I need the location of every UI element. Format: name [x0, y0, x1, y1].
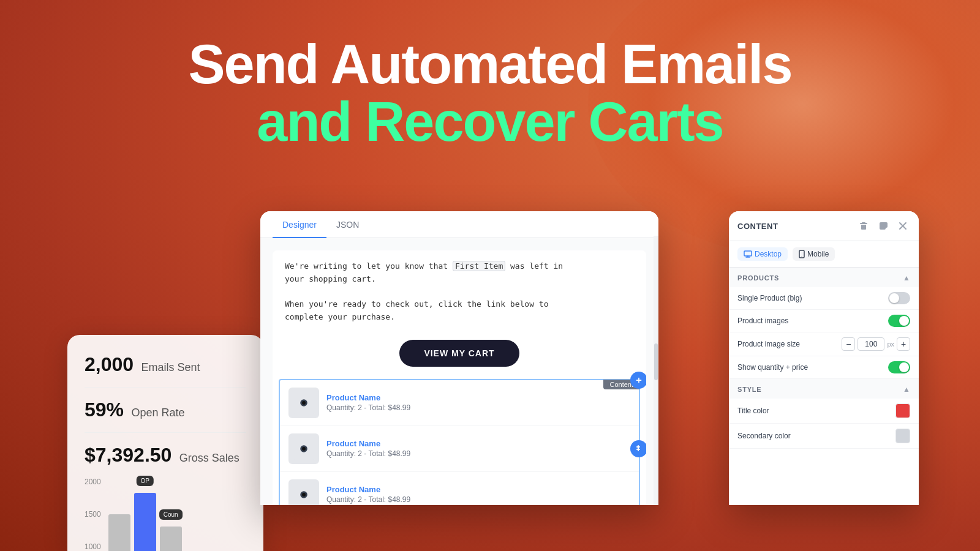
open-rate-value: 59%: [85, 399, 124, 421]
product-images-toggle[interactable]: [888, 315, 910, 327]
chart-bar-1-wrap: [108, 514, 130, 551]
product-image-3: [293, 484, 315, 505]
right-panel-actions: [856, 219, 910, 233]
size-unit: px: [887, 340, 894, 348]
title-color-swatch[interactable]: [895, 403, 910, 418]
show-qty-price-toggle-knob: [899, 362, 909, 372]
delete-icon[interactable]: [856, 219, 871, 233]
right-panel-body: PRODUCTS ▲ Single Product (big) Product …: [729, 268, 919, 505]
product-list: Content Product Name: [279, 379, 640, 505]
style-section-header[interactable]: STYLE ▲: [729, 379, 919, 399]
product-info-1: Product Name Quantity: 2 - Total: $48.99: [326, 393, 630, 412]
product-info-2: Product Name Quantity: 2 - Total: $48.99: [326, 439, 630, 458]
style-section-title: STYLE: [737, 386, 761, 393]
svg-point-2: [302, 401, 306, 405]
product-qty-3: Quantity: 2 - Total: $48.99: [326, 495, 630, 504]
device-desktop-label: Desktop: [755, 250, 782, 258]
chart-bar-3: Coun: [160, 527, 182, 551]
chart-area: 2000 1500 1000 OP Coun: [85, 478, 246, 551]
device-tab-desktop[interactable]: Desktop: [737, 247, 788, 261]
product-item-1: Product Name Quantity: 2 - Total: $48.99: [280, 380, 639, 426]
add-block-handle[interactable]: [630, 372, 646, 389]
chart-y-1000: 1000: [85, 542, 101, 551]
duplicate-icon[interactable]: [876, 219, 891, 233]
stat-divider-1: [85, 387, 246, 388]
device-tab-mobile[interactable]: Mobile: [793, 247, 835, 261]
control-title-color: Title color: [729, 399, 919, 424]
single-product-toggle-knob: [889, 293, 899, 303]
secondary-color-label: Secondary color: [737, 432, 791, 440]
control-product-image-size: Product image size − px +: [729, 332, 919, 356]
close-icon[interactable]: [895, 219, 910, 233]
designer-scrollbar-thumb[interactable]: [654, 343, 658, 380]
panel-content: We're writing to let you know that First…: [260, 238, 658, 505]
secondary-color-swatch[interactable]: [895, 429, 910, 443]
product-name-3: Product Name: [326, 485, 630, 494]
size-decrease-button[interactable]: −: [842, 337, 855, 351]
product-qty-1: Quantity: 2 - Total: $48.99: [326, 403, 630, 412]
stat-open-rate: 59% Open Rate: [85, 399, 246, 421]
chart-bar-2: OP: [134, 493, 156, 551]
hero-section: Send Automated Emails and Recover Carts: [0, 37, 980, 152]
email-preview: We're writing to let you know that First…: [273, 250, 646, 505]
email-first-item-highlight: First Item: [453, 261, 505, 271]
desktop-icon: [744, 250, 752, 258]
title-color-label: Title color: [737, 407, 769, 415]
control-product-images: Product images: [729, 310, 919, 332]
view-cart-button[interactable]: VIEW MY CART: [399, 340, 519, 367]
single-product-toggle[interactable]: [888, 292, 910, 304]
products-section-title: PRODUCTS: [737, 274, 779, 282]
show-qty-price-toggle[interactable]: [888, 361, 910, 373]
product-thumb-3: [288, 479, 319, 505]
right-panel-header: CONTENT: [729, 211, 919, 241]
product-info-3: Product Name Quantity: 2 - Total: $48.99: [326, 485, 630, 504]
product-name-1: Product Name: [326, 393, 630, 402]
style-chevron-icon: ▲: [903, 385, 910, 394]
control-secondary-color: Secondary color: [729, 424, 919, 449]
right-panel: CONTENT Desktop Mobile PRODUCTS ▲: [729, 211, 919, 505]
stat-emails-sent: 2,000 Emails Sent: [85, 353, 246, 376]
product-image-1: [293, 392, 315, 414]
device-tabs: Desktop Mobile: [729, 241, 919, 268]
size-input[interactable]: [858, 337, 884, 351]
svg-point-11: [802, 257, 802, 257]
svg-point-5: [302, 447, 306, 451]
product-thumb-2: [288, 433, 319, 464]
product-image-2: [293, 438, 315, 460]
move-handle[interactable]: [630, 440, 646, 457]
product-name-2: Product Name: [326, 439, 630, 448]
product-thumb-1: [288, 388, 319, 418]
right-panel-title: CONTENT: [737, 222, 778, 231]
products-chevron-icon: ▲: [903, 274, 910, 282]
chart-label-op: OP: [136, 476, 153, 486]
tab-designer[interactable]: Designer: [273, 211, 326, 238]
product-item-2: Product Name Quantity: 2 - Total: $48.99: [280, 426, 639, 472]
single-product-label: Single Product (big): [737, 294, 802, 302]
stat-gross-sales: $7,392.50 Gross Sales: [85, 444, 246, 467]
svg-point-8: [302, 493, 306, 497]
stats-card: 2,000 Emails Sent 59% Open Rate $7,392.5…: [67, 335, 263, 551]
size-increase-button[interactable]: +: [897, 337, 910, 351]
control-show-qty-price: Show quantity + price: [729, 356, 919, 379]
emails-sent-value: 2,000: [85, 353, 134, 375]
product-image-size-label: Product image size: [737, 340, 800, 348]
control-single-product: Single Product (big): [729, 287, 919, 310]
chart-y-2000: 2000: [85, 478, 101, 486]
products-section-header[interactable]: PRODUCTS ▲: [729, 268, 919, 287]
email-body-text: We're writing to let you know that First…: [273, 250, 646, 334]
show-qty-price-label: Show quantity + price: [737, 363, 808, 372]
gross-sales-label: Gross Sales: [179, 452, 239, 464]
chart-y-1500: 1500: [85, 510, 101, 519]
product-item-3: Product Name Quantity: 2 - Total: $48.99: [280, 472, 639, 505]
panel-tabs: Designer JSON: [260, 211, 658, 238]
product-images-toggle-knob: [899, 316, 909, 326]
designer-scrollbar[interactable]: [654, 236, 658, 505]
chart-bar-3-wrap: Coun: [160, 527, 182, 551]
mobile-icon: [799, 250, 805, 258]
hero-line2: and Recover Carts: [0, 92, 980, 152]
tab-json[interactable]: JSON: [326, 211, 369, 238]
svg-rect-9: [744, 251, 752, 256]
chart-y-labels: 2000 1500 1000: [85, 478, 101, 551]
designer-panel: Designer JSON We're writing to let you k…: [260, 211, 658, 505]
product-qty-2: Quantity: 2 - Total: $48.99: [326, 449, 630, 458]
